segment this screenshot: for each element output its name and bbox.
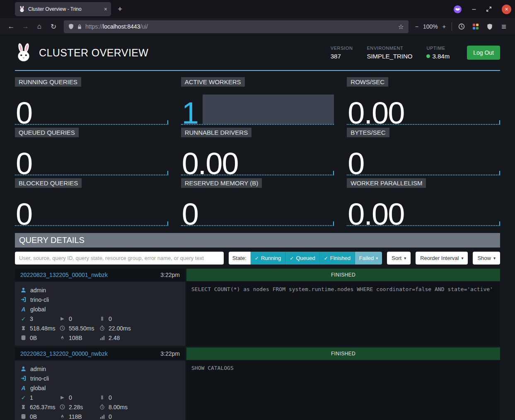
show-dropdown[interactable]: Show ▾ [473, 252, 500, 265]
reorder-interval-dropdown[interactable]: Reorder Interval ▾ [416, 252, 468, 265]
stat-value: 0 [182, 199, 198, 230]
filter-queued-label: Queued [296, 255, 315, 261]
menu-hamburger-icon[interactable]: ≡ [498, 21, 510, 32]
extensions-icon[interactable] [469, 21, 482, 32]
query-search-input[interactable] [15, 252, 224, 265]
history-clock-icon[interactable] [455, 21, 468, 32]
tracking-shield-icon[interactable] [68, 24, 74, 29]
lock-icon[interactable] [77, 24, 82, 29]
query-user-row: admin [20, 285, 180, 295]
user-icon [20, 287, 27, 293]
elapsed-time-value: 2.28s [69, 404, 83, 410]
chevron-down-icon: ▾ [461, 256, 463, 260]
uptime-label: UPTIME [426, 46, 450, 51]
splits-row: ✓ 1 ▶ 0 Ⅱ 0 [20, 393, 180, 402]
version-value: 387 [331, 53, 353, 60]
reorder-interval-label: Reorder Interval [420, 255, 459, 261]
query-source-row: trino-cli [20, 374, 180, 383]
cpu-time-value: 8.00ms [109, 404, 128, 410]
zoom-controls: − 100% + [413, 23, 448, 30]
query-id-link[interactable]: 20220823_132205_00001_nwbzk [20, 272, 108, 278]
zoom-in-button[interactable]: + [442, 23, 446, 30]
close-button[interactable]: × [502, 5, 511, 14]
completed-splits-value: 1 [30, 394, 33, 401]
stat-sparkline: 0 [15, 139, 168, 175]
zoom-out-button[interactable]: − [415, 23, 418, 30]
cpu-time: 8.00ms [99, 402, 180, 412]
stat-bytes-sec: BYTES/SEC 0 [347, 128, 500, 175]
back-button[interactable]: ← [5, 21, 17, 32]
elapsed-time: 2.28s [59, 402, 99, 412]
current-memory-value: 0B [30, 335, 37, 341]
query-source: trino-cli [30, 375, 49, 382]
tab-close-icon[interactable]: × [104, 6, 107, 12]
running-splits-value: 0 [69, 316, 72, 322]
restore-button[interactable] [486, 6, 493, 12]
source-sign-in-icon [20, 376, 27, 381]
filter-running-button[interactable]: ✓ Running [251, 252, 286, 265]
query-row: 20220823_132205_00001_nwbzk 3:22pm FINIS… [15, 269, 500, 346]
query-id-link[interactable]: 20220823_132202_00000_nwbzk [20, 350, 108, 357]
stat-sparkline: 0.00 [347, 88, 500, 125]
url-bar[interactable]: https://localhost:8443/ui/ ☆ [64, 20, 409, 33]
browser-tab[interactable]: Cluster Overview - Trino × [15, 2, 111, 16]
stat-sparkline: 0 [15, 189, 168, 226]
running-splits-icon: ▶ [59, 395, 65, 400]
filter-failed-dropdown[interactable]: Failed ▾ [355, 252, 382, 265]
query-time: 3:22pm [160, 272, 180, 278]
home-button[interactable]: ⌂ [33, 21, 46, 32]
elapsed-time-value: 558.50ms [69, 325, 94, 332]
stat-value: 0.00 [348, 98, 404, 129]
stat-label: ROWS/SEC [347, 77, 388, 87]
zoom-level[interactable]: 100% [423, 23, 438, 30]
privacy-shield-icon[interactable] [484, 21, 496, 32]
version-label: VERSION [331, 46, 353, 51]
query-header: 20220823_132205_00001_nwbzk 3:22pm [15, 269, 185, 281]
completed-splits: ✓ 3 [20, 314, 59, 323]
bookmark-star-icon[interactable]: ☆ [398, 23, 404, 31]
uptime-text: 3.84m [432, 53, 450, 60]
query-text: SHOW CATALOGS [186, 361, 500, 420]
stat-value: 0.00 [348, 199, 404, 230]
memory-row: 0B 118B 0 [20, 412, 180, 420]
query-status-bar: FINISHED [186, 347, 500, 360]
container-extension-icon[interactable] [453, 5, 462, 14]
stat-sparkline: 0.00 [181, 139, 334, 175]
query-resource-group-row: A global [20, 383, 180, 393]
window-controls: – × [453, 5, 515, 14]
queued-splits-value: 0 [109, 316, 112, 322]
peak-memory: 108B [59, 333, 99, 342]
query-user: admin [30, 366, 46, 372]
stopwatch-icon [99, 404, 105, 410]
query-row: 20220823_132202_00000_nwbzk 3:22pm FINIS… [15, 347, 500, 420]
stat-sparkline: 0 [347, 139, 500, 175]
cpu-time-value: 22.00ms [109, 325, 131, 332]
trino-logo [15, 43, 32, 63]
running-splits-icon: ▶ [59, 316, 65, 321]
cpu-time: 22.00ms [99, 323, 180, 333]
close-icon: × [505, 6, 508, 12]
sort-dropdown[interactable]: Sort ▾ [387, 252, 411, 265]
filter-queued-button[interactable]: ✓ Queued [285, 252, 319, 265]
query-user-row: admin [20, 364, 180, 374]
minimize-button[interactable]: – [470, 5, 478, 13]
new-tab-button[interactable]: + [118, 5, 122, 14]
browser-navbar: ← → ⌂ ↻ https://localhost:8443/ui/ ☆ − 1… [0, 18, 515, 35]
tab-title: Cluster Overview - Trino [28, 6, 101, 12]
filter-finished-button[interactable]: ✓ Finished [320, 252, 355, 265]
browser-titlebar: Cluster Overview - Trino × + – × [0, 0, 515, 18]
toolbar-separator [452, 22, 452, 31]
stat-label: RUNNING QUERIES [15, 77, 81, 87]
running-splits: ▶ 0 [59, 314, 99, 323]
reload-button[interactable]: ↻ [47, 21, 60, 32]
environment-value: SIMPLE_TRINO [367, 53, 412, 60]
stat-value: 0 [16, 148, 32, 179]
chevron-down-icon: ▾ [493, 256, 496, 260]
url-text: https://localhost:8443/ui/ [85, 23, 148, 30]
source-sign-in-icon [20, 297, 27, 302]
stat-active-workers: ACTIVE WORKERS 1 [181, 77, 334, 125]
cumulative-memory: 0 [99, 412, 180, 420]
forward-button[interactable]: → [19, 21, 31, 32]
logout-button[interactable]: Log Out [467, 46, 500, 60]
filter-finished-label: Finished [330, 255, 351, 261]
